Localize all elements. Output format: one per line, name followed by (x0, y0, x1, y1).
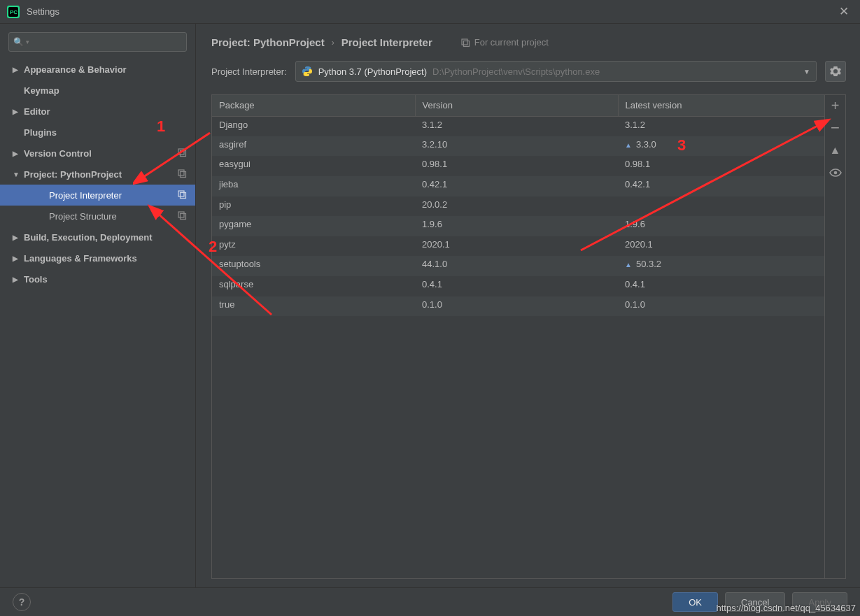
svg-rect-11 (462, 39, 467, 45)
package-version: 44.1.0 (415, 256, 618, 276)
titlebar: PC Settings ✕ (0, 0, 860, 24)
upgrade-package-button[interactable]: ▲ (828, 143, 843, 158)
table-row[interactable]: easygui0.98.10.98.1 (212, 156, 824, 176)
package-latest (618, 196, 824, 217)
chevron-right-icon: ▶ (13, 234, 22, 241)
chevron-right-icon: ▶ (13, 66, 22, 73)
close-icon[interactable]: ✕ (835, 4, 853, 19)
chevron-right-icon: ▶ (13, 108, 22, 115)
svg-rect-10 (181, 214, 186, 220)
package-name: jieba (212, 176, 415, 196)
search-input[interactable]: 🔍▾ (8, 32, 187, 52)
package-latest: 3.1.2 (618, 116, 824, 136)
package-version: 2020.1 (415, 236, 618, 257)
package-name: pytz (212, 236, 415, 257)
package-latest: ▲3.3.0 (618, 136, 824, 157)
remove-package-button[interactable]: − (828, 120, 843, 136)
package-name: asgiref (212, 136, 415, 157)
gear-icon (830, 66, 841, 77)
sidebar-item-label: Keymap (24, 85, 59, 96)
settings-tree: ▶Appearance & BehaviorKeymap▶EditorPlugi… (0, 59, 195, 289)
chevron-right-icon: ▶ (13, 255, 22, 262)
sidebar-item-editor[interactable]: ▶Editor (0, 101, 195, 122)
sidebar-item-label: Tools (24, 274, 48, 285)
package-name: true (212, 296, 415, 317)
sidebar-item-version-control[interactable]: ▶Version Control (0, 143, 195, 164)
table-row[interactable]: sqlparse0.4.10.4.1 (212, 276, 824, 296)
chevron-down-icon: ▼ (13, 171, 22, 178)
package-latest: 0.1.0 (618, 296, 824, 317)
copy-icon (177, 189, 187, 199)
chevron-right-icon: › (332, 38, 334, 48)
ok-button[interactable]: OK (672, 592, 718, 612)
package-latest: 1.9.6 (618, 216, 824, 236)
breadcrumb-page: Project Interpreter (341, 36, 432, 48)
chevron-down-icon: ▾ (26, 38, 29, 45)
sidebar-item-appearance-behavior[interactable]: ▶Appearance & Behavior (0, 59, 195, 80)
svg-rect-3 (178, 149, 184, 155)
svg-rect-6 (181, 172, 186, 178)
interpreter-label: Project Interpreter: (211, 66, 287, 77)
package-version: 1.9.6 (415, 216, 618, 236)
table-row[interactable]: asgiref3.2.10▲3.3.0 (212, 136, 824, 157)
breadcrumb-project[interactable]: Project: PythonProject (211, 36, 325, 48)
column-package[interactable]: Package (212, 95, 415, 116)
svg-rect-7 (178, 191, 184, 196)
table-row[interactable]: true0.1.00.1.0 (212, 296, 824, 317)
package-version: 3.2.10 (415, 136, 618, 157)
help-button[interactable]: ? (13, 593, 31, 611)
sidebar-item-label: Version Control (24, 148, 92, 159)
interpreter-name: Python 3.7 (PythonProject) (318, 66, 427, 77)
table-row[interactable]: pytz2020.12020.1 (212, 236, 824, 257)
package-name: pip (212, 196, 415, 217)
breadcrumb: Project: PythonProject › Project Interpr… (211, 36, 846, 48)
table-row[interactable]: pip20.0.2 (212, 196, 824, 217)
search-icon: 🔍 (13, 37, 24, 47)
pycharm-logo-icon: PC (7, 6, 20, 18)
sidebar-item-plugins[interactable]: Plugins (0, 122, 195, 143)
for-current-project-badge: For current project (460, 37, 549, 48)
package-name: sqlparse (212, 276, 415, 296)
sidebar-item-label: Project: PythonProject (24, 169, 122, 180)
package-latest: 0.42.1 (618, 176, 824, 196)
package-version: 0.42.1 (415, 176, 618, 196)
table-row[interactable]: Django3.1.23.1.2 (212, 116, 824, 136)
table-row[interactable]: pygame1.9.61.9.6 (212, 216, 824, 236)
svg-text:PC: PC (10, 9, 17, 15)
sidebar-item-project-structure[interactable]: Project Structure (0, 206, 195, 227)
package-latest: 0.4.1 (618, 276, 824, 296)
table-row[interactable]: setuptools44.1.0▲50.3.2 (212, 256, 824, 276)
package-name: Django (212, 116, 415, 136)
sidebar-item-label: Appearance & Behavior (24, 64, 127, 75)
sidebar-item-languages-frameworks[interactable]: ▶Languages & Frameworks (0, 248, 195, 268)
package-actions: + − ▲ (824, 95, 845, 578)
chevron-right-icon: ▶ (13, 275, 22, 283)
column-version[interactable]: Version (415, 95, 618, 116)
svg-rect-8 (181, 193, 186, 199)
copy-icon (177, 169, 187, 178)
packages-panel: Package Version Latest version Django3.1… (211, 94, 846, 579)
sidebar-item-tools[interactable]: ▶Tools (0, 268, 195, 289)
show-early-releases-button[interactable] (828, 165, 843, 180)
package-version: 3.1.2 (415, 116, 618, 136)
add-package-button[interactable]: + (828, 98, 843, 113)
interpreter-dropdown[interactable]: Python 3.7 (PythonProject) D:\PythonProj… (295, 61, 817, 82)
svg-rect-9 (178, 212, 184, 217)
settings-content: Project: PythonProject › Project Interpr… (196, 24, 860, 587)
packages-table: Package Version Latest version Django3.1… (212, 95, 824, 578)
package-latest: 0.98.1 (618, 156, 824, 176)
package-version: 20.0.2 (415, 196, 618, 217)
sidebar-item-project-pythonproject[interactable]: ▼Project: PythonProject (0, 164, 195, 185)
sidebar-item-build-execution-deployment[interactable]: ▶Build, Execution, Deployment (0, 227, 195, 248)
sidebar-item-keymap[interactable]: Keymap (0, 80, 195, 101)
package-name: pygame (212, 216, 415, 236)
table-row[interactable]: jieba0.42.10.42.1 (212, 176, 824, 196)
package-version: 0.1.0 (415, 296, 618, 317)
sidebar-item-project-interpreter[interactable]: Project Interpreter (0, 185, 195, 206)
svg-rect-4 (181, 151, 186, 157)
package-latest: 2020.1 (618, 236, 824, 257)
settings-sidebar: 🔍▾ ▶Appearance & BehaviorKeymap▶EditorPl… (0, 24, 196, 587)
column-latest[interactable]: Latest version (618, 95, 824, 116)
interpreter-settings-button[interactable] (825, 61, 846, 82)
watermark: https://blog.csdn.net/qq_45634637 (717, 603, 857, 613)
